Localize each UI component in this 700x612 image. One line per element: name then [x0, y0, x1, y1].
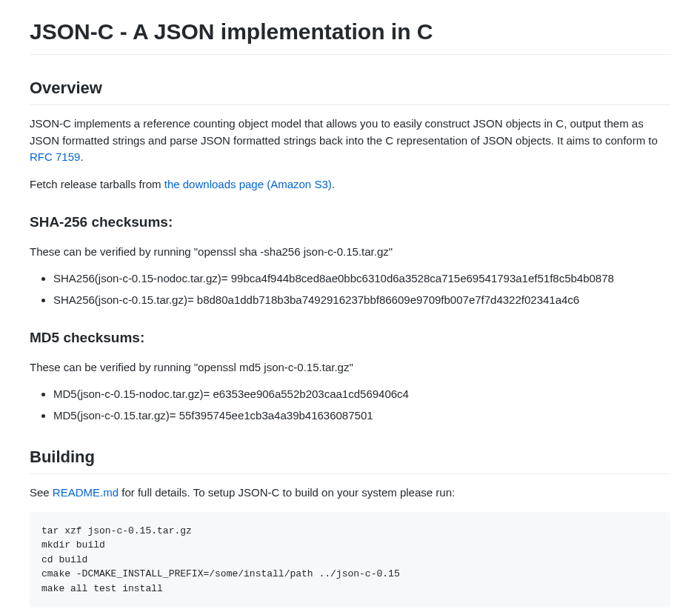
- page-title: JSON-C - A JSON implementation in C: [30, 15, 670, 55]
- build-code-block: tar xzf json-c-0.15.tar.gz mkdir build c…: [30, 512, 670, 608]
- fetch-paragraph: Fetch release tarballs from the download…: [30, 176, 670, 193]
- overview-intro-text-1: JSON-C implements a reference counting o…: [30, 117, 658, 147]
- sha256-list: SHA256(json-c-0.15-nodoc.tar.gz)= 99bca4…: [30, 270, 670, 308]
- list-item: SHA256(json-c-0.15-nodoc.tar.gz)= 99bca4…: [53, 270, 670, 287]
- overview-intro-text-2: .: [80, 150, 83, 163]
- list-item: SHA256(json-c-0.15.tar.gz)= b8d80a1ddb71…: [53, 292, 670, 309]
- overview-intro: JSON-C implements a reference counting o…: [30, 116, 670, 166]
- readme-link[interactable]: README.md: [53, 486, 119, 499]
- md5-heading: MD5 checksums:: [30, 327, 670, 349]
- list-item: MD5(json-c-0.15.tar.gz)= 55f395745ee1cb3…: [53, 408, 670, 425]
- fetch-text-2: .: [332, 178, 335, 190]
- rfc-link[interactable]: RFC 7159: [30, 150, 80, 163]
- md5-list: MD5(json-c-0.15-nodoc.tar.gz)= e6353ee90…: [30, 386, 670, 424]
- overview-heading: Overview: [30, 76, 670, 105]
- building-heading: Building: [30, 445, 670, 474]
- md5-verify-text: These can be verified by running "openss…: [30, 359, 670, 376]
- fetch-text-1: Fetch release tarballs from: [30, 178, 164, 190]
- sha256-verify-text: These can be verified by running "openss…: [30, 244, 670, 261]
- sha256-heading: SHA-256 checksums:: [30, 212, 670, 233]
- building-see-text-1: See: [30, 486, 53, 499]
- building-see: See README.md for full details. To setup…: [30, 485, 670, 502]
- list-item: MD5(json-c-0.15-nodoc.tar.gz)= e6353ee90…: [53, 386, 670, 403]
- downloads-link[interactable]: the downloads page (Amazon S3): [164, 178, 332, 190]
- building-see-text-2: for full details. To setup JSON-C to bui…: [119, 486, 455, 499]
